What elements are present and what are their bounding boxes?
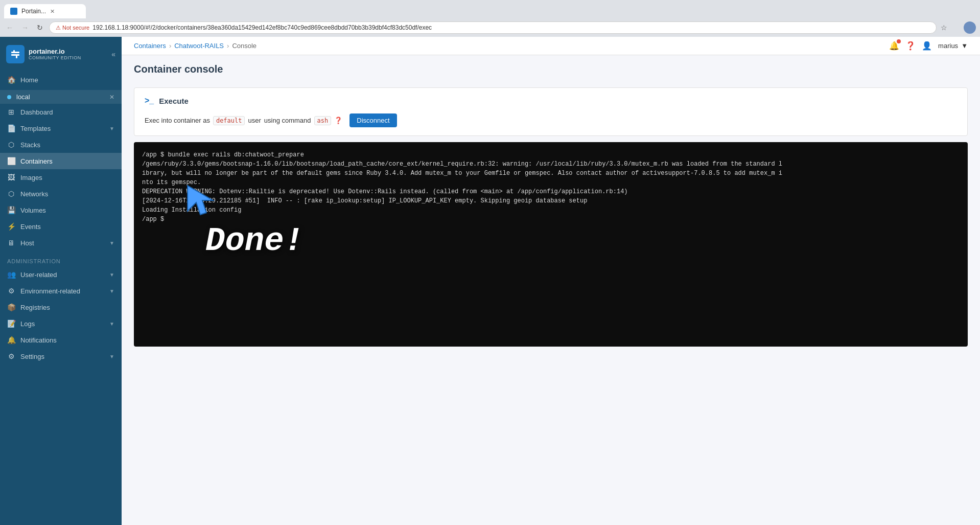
address-bar[interactable]: ⚠ Not secure 192.168.1.18:9000/#!/2/dock… bbox=[49, 21, 937, 34]
sidebar-item-notifications[interactable]: 🔔 Notifications bbox=[0, 332, 122, 348]
networks-icon: ⬡ bbox=[7, 190, 15, 198]
terminal-output: /app $ bundle exec rails db:chatwoot_pre… bbox=[142, 150, 960, 224]
breadcrumb-sep-2: › bbox=[227, 42, 229, 50]
env-status-dot bbox=[7, 95, 11, 99]
user-menu-chevron-icon: ▼ bbox=[961, 42, 968, 50]
logs-icon: 📝 bbox=[7, 319, 15, 328]
execute-prompt-icon: >_ bbox=[145, 96, 154, 105]
svg-rect-1 bbox=[11, 54, 19, 56]
exec-into-label: Exec into container as bbox=[145, 117, 210, 124]
sidebar: portainer.io COMMUNITY EDITION « 🏠 Home … bbox=[0, 37, 122, 525]
app-container: portainer.io COMMUNITY EDITION « 🏠 Home … bbox=[0, 37, 980, 525]
browser-tab[interactable]: Portain... ✕ bbox=[4, 4, 86, 18]
notifications-button[interactable]: 🔔 bbox=[889, 41, 899, 51]
sidebar-item-images[interactable]: 🖼 Images bbox=[0, 169, 122, 186]
page-header-bar: Containers › Chatwoot-RAILS › Console 🔔 … bbox=[122, 37, 980, 55]
breadcrumb-sep-1: › bbox=[169, 42, 171, 50]
not-secure-indicator: ⚠ Not secure bbox=[56, 25, 89, 31]
sidebar-logo: portainer.io COMMUNITY EDITION « bbox=[0, 37, 122, 72]
sidebar-item-settings[interactable]: ⚙ Settings ▼ bbox=[0, 348, 122, 364]
bookmark-button[interactable]: ☆ bbox=[941, 24, 947, 32]
environment-related-icon: ⚙ bbox=[7, 287, 15, 295]
notification-badge bbox=[897, 39, 901, 43]
sidebar-item-user-related[interactable]: 👥 User-related ▼ bbox=[0, 266, 122, 283]
images-icon: 🖼 bbox=[7, 173, 15, 181]
user-account-button[interactable]: 👤 bbox=[922, 41, 932, 51]
tab-label: Portain... bbox=[21, 8, 46, 15]
exec-help-icon[interactable]: ❓ bbox=[334, 117, 342, 124]
host-icon: 🖥 bbox=[7, 239, 15, 247]
warning-icon: ⚠ bbox=[56, 25, 61, 31]
registries-icon: 📦 bbox=[7, 303, 15, 311]
environment-section: local ✕ ⊞ Dashboard 📄 Templates ▼ ⬡ Stac… bbox=[0, 88, 122, 253]
sidebar-navigation: 🏠 Home local ✕ ⊞ Dashboard 📄 Templates ▼ bbox=[0, 72, 122, 525]
environment-header[interactable]: local ✕ bbox=[0, 90, 122, 104]
host-chevron-icon: ▼ bbox=[109, 240, 114, 246]
settings-icon: ⚙ bbox=[7, 352, 15, 360]
sidebar-item-home[interactable]: 🏠 Home bbox=[0, 72, 122, 88]
sidebar-item-volumes[interactable]: 💾 Volumes bbox=[0, 202, 122, 218]
page-title-container: Container console bbox=[122, 55, 980, 79]
sidebar-item-registries[interactable]: 📦 Registries bbox=[0, 299, 122, 315]
browser-toolbar: ← → ↻ ⚠ Not secure 192.168.1.18:9000/#!/… bbox=[0, 18, 980, 37]
exec-using-label: using command bbox=[264, 117, 311, 124]
tab-close-button[interactable]: ✕ bbox=[50, 8, 55, 15]
admin-section-label: Administration bbox=[0, 253, 122, 266]
address-text: 192.168.1.18:9000/#!/2/docker/containers… bbox=[92, 24, 432, 31]
exec-command-row: Exec into container as default user usin… bbox=[145, 113, 957, 127]
breadcrumb-containers-link[interactable]: Containers bbox=[134, 42, 166, 50]
home-icon: 🏠 bbox=[7, 76, 15, 84]
back-button[interactable]: ← bbox=[4, 21, 15, 34]
environment-related-chevron-icon: ▼ bbox=[109, 288, 114, 294]
volumes-icon: 💾 bbox=[7, 206, 15, 214]
browser-chrome: Portain... ✕ ← → ↻ ⚠ Not secure 192.168.… bbox=[0, 0, 980, 37]
sidebar-item-networks[interactable]: ⬡ Networks bbox=[0, 186, 122, 202]
containers-icon: ⬜ bbox=[7, 157, 15, 165]
sidebar-item-logs[interactable]: 📝 Logs ▼ bbox=[0, 315, 122, 332]
disconnect-button[interactable]: Disconnect bbox=[349, 113, 396, 127]
sidebar-item-stacks[interactable]: ⬡ Stacks bbox=[0, 136, 122, 153]
profile-button[interactable] bbox=[964, 21, 976, 34]
tab-bar: Portain... ✕ bbox=[0, 0, 980, 18]
exec-user-label: user bbox=[248, 117, 261, 124]
sidebar-item-host[interactable]: 🖥 Host ▼ bbox=[0, 235, 122, 251]
forward-button[interactable]: → bbox=[19, 21, 31, 34]
page-title: Container console bbox=[134, 63, 968, 75]
events-icon: ⚡ bbox=[7, 222, 15, 231]
breadcrumb: Containers › Chatwoot-RAILS › Console bbox=[134, 42, 256, 50]
sidebar-item-events[interactable]: ⚡ Events bbox=[0, 218, 122, 235]
reload-button[interactable]: ↻ bbox=[35, 21, 45, 34]
sidebar-item-dashboard[interactable]: ⊞ Dashboard bbox=[0, 104, 122, 120]
svg-rect-2 bbox=[13, 50, 15, 53]
sidebar-collapse-button[interactable]: « bbox=[111, 50, 115, 58]
main-content: Containers › Chatwoot-RAILS › Console 🔔 … bbox=[122, 37, 980, 525]
env-close-button[interactable]: ✕ bbox=[109, 94, 114, 101]
templates-icon: 📄 bbox=[7, 124, 15, 132]
done-text: Done! bbox=[205, 217, 304, 266]
dashboard-icon: ⊞ bbox=[7, 108, 15, 116]
logs-chevron-icon: ▼ bbox=[109, 321, 114, 327]
stacks-icon: ⬡ bbox=[7, 141, 15, 149]
favicon bbox=[10, 8, 17, 15]
portainer-logo-icon bbox=[6, 45, 25, 63]
logo-brand: portainer.io COMMUNITY EDITION bbox=[29, 48, 81, 61]
content-area: >_ Execute Exec into container as defaul… bbox=[122, 79, 980, 355]
exec-command-code: ash bbox=[314, 116, 332, 125]
execute-header: >_ Execute bbox=[145, 96, 957, 105]
terminal[interactable]: /app $ bundle exec rails db:chatwoot_pre… bbox=[134, 142, 968, 347]
header-actions: 🔔 ❓ 👤 marius ▼ bbox=[889, 41, 968, 51]
notifications-icon: 🔔 bbox=[7, 336, 15, 344]
user-related-icon: 👥 bbox=[7, 270, 15, 279]
sidebar-item-environment-related[interactable]: ⚙ Environment-related ▼ bbox=[0, 283, 122, 299]
logo-area: portainer.io COMMUNITY EDITION bbox=[6, 45, 81, 63]
settings-chevron-icon: ▼ bbox=[109, 354, 114, 359]
sidebar-item-containers[interactable]: ⬜ Containers bbox=[0, 153, 122, 169]
sidebar-item-templates[interactable]: 📄 Templates ▼ bbox=[0, 120, 122, 136]
svg-rect-0 bbox=[11, 52, 19, 53]
templates-chevron-icon: ▼ bbox=[109, 126, 114, 131]
breadcrumb-container-link[interactable]: Chatwoot-RAILS bbox=[174, 42, 224, 50]
logo-text-area: portainer.io COMMUNITY EDITION bbox=[29, 48, 81, 61]
user-menu[interactable]: marius ▼ bbox=[938, 42, 968, 50]
help-button[interactable]: ❓ bbox=[905, 41, 916, 51]
username-label: marius bbox=[938, 42, 958, 50]
